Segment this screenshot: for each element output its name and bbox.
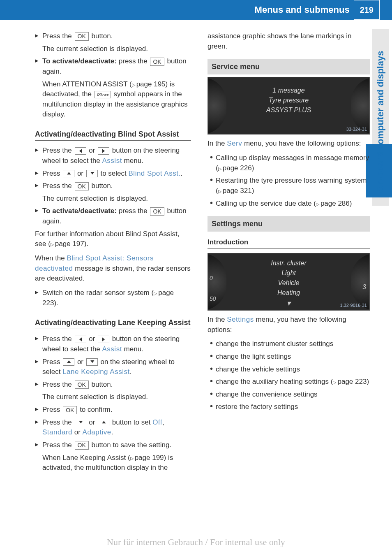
- menu-text: Assist: [102, 345, 122, 353]
- gauge-tick: 3: [362, 282, 366, 292]
- menu-text: Assist: [102, 157, 122, 165]
- settings-menu-display-image: 0 50 3 Instr. cluster Light Vehicle Heat…: [208, 253, 370, 311]
- svg-marker-8: [102, 337, 105, 341]
- display-line: ASSYST PLUS: [266, 105, 311, 115]
- ok-button-key: OK: [75, 32, 89, 40]
- up-arrow-key: [98, 419, 109, 426]
- svg-marker-4: [102, 149, 105, 153]
- down-arrow-key: [86, 358, 98, 366]
- right-arrow-key: [98, 147, 109, 155]
- blind-spot-paragraph-2: When the Blind Spot Assist: Sensors deac…: [35, 253, 191, 284]
- ok-button-key: OK: [150, 207, 164, 216]
- svg-marker-3: [79, 149, 81, 153]
- left-arrow-key: [75, 336, 86, 343]
- side-tab-label: On-board computer and displays: [374, 51, 387, 193]
- menu-text: Serv: [227, 139, 242, 147]
- menu-text: Blind Spot Asst.: [129, 169, 181, 177]
- page-number: 219: [354, 0, 380, 20]
- svg-marker-11: [79, 421, 83, 423]
- settings-menu-heading: Settings menu: [208, 216, 370, 232]
- right-arrow-key: [98, 336, 109, 343]
- display-line: Instr. cluster: [271, 258, 307, 268]
- service-bullet-list: Calling up display messages in message m…: [208, 153, 370, 209]
- menu-text: Blind Spot Assist: Sensors deactivated: [35, 254, 154, 272]
- step-item: Press the OK button to save the setting.: [35, 440, 191, 450]
- content-area: Press the OK button.The current selectio…: [0, 31, 392, 476]
- step-item: Press the or button on the steering whee…: [35, 146, 191, 166]
- settings-intro-text: In the Settings menu, you have the follo…: [208, 315, 370, 335]
- step-item: Press the OK button.: [35, 31, 191, 42]
- down-arrow-key: [86, 170, 98, 177]
- blind-spot-paragraph-1: For further information about Blind Spot…: [35, 229, 191, 249]
- step-item: Press or to select Blind Spot Asst..: [35, 169, 191, 179]
- left-column: Press the OK button.The current selectio…: [35, 31, 191, 476]
- ok-button-key: OK: [150, 58, 164, 66]
- svg-marker-7: [79, 337, 81, 341]
- blind-spot-heading: Activating/deactivating Blind Spot Assis…: [35, 129, 191, 141]
- list-item: change the light settings: [210, 352, 370, 362]
- step-description: When ATTENTION ASSIST (page 195) is deac…: [35, 79, 191, 120]
- attention-assist-steps: Press the OK button.The current selectio…: [35, 31, 191, 120]
- gauge-tick: 0: [210, 274, 216, 282]
- list-item: change the convenience settings: [210, 390, 370, 400]
- menu-text: Settings: [227, 316, 254, 323]
- step-item: Press the or button on the steering whee…: [35, 334, 191, 354]
- up-arrow-key: [63, 170, 74, 177]
- step-item: Press the or button to set Off, Standard…: [35, 418, 191, 438]
- gauge-tick: 50: [210, 295, 216, 303]
- step-item: To activate/deactivate: press the OK but…: [35, 56, 191, 77]
- display-line: Tyre pressure: [266, 95, 311, 105]
- blind-spot-steps: Press the or button on the steering whee…: [35, 146, 191, 226]
- down-arrow-key: [75, 419, 86, 426]
- page-header: Menus and submenus 219: [0, 0, 392, 20]
- menu-text: Lane Keeping Assist: [62, 368, 130, 376]
- step-item: Press the OK button.: [35, 380, 191, 390]
- page-reference: page 321: [218, 187, 252, 195]
- step-description: When Lane Keeping Assist (page 199) is a…: [35, 453, 191, 473]
- image-code: 1.32-9016-31: [340, 302, 367, 309]
- lane-continuation: assistance graphic shows the lane markin…: [208, 31, 370, 51]
- display-line: Heating: [271, 288, 307, 298]
- page-reference: page 286: [316, 200, 350, 207]
- up-arrow-key: [63, 358, 74, 366]
- right-column: assistance graphic shows the lane markin…: [208, 31, 370, 476]
- menu-text: Adaptive: [83, 428, 111, 436]
- step-item: To activate/deactivate: press the OK but…: [35, 206, 191, 226]
- page-reference: page 197: [51, 240, 84, 248]
- menu-text: Off: [152, 418, 162, 426]
- list-item: Calling up the service due date (page 28…: [210, 199, 370, 209]
- step-description: The current selection is displayed.: [35, 194, 191, 204]
- service-menu-heading: Service menu: [208, 59, 370, 74]
- page-reference: page 195: [132, 80, 166, 88]
- ok-button-key: OK: [75, 381, 89, 389]
- list-item: Calling up display messages in message m…: [210, 153, 370, 173]
- display-line: Light: [271, 268, 307, 278]
- ok-button-key: OK: [63, 406, 77, 414]
- svg-marker-6: [90, 172, 94, 174]
- step-description: The current selection is displayed.: [35, 44, 191, 54]
- list-item: Restarting the tyre pressure loss warnin…: [210, 176, 370, 196]
- left-arrow-key: [75, 147, 86, 155]
- list-item: change the vehicle settings: [210, 364, 370, 375]
- ok-button-key: OK: [75, 182, 89, 190]
- step-description: The current selection is displayed.: [35, 392, 191, 402]
- menu-text: Standard: [42, 428, 72, 436]
- blind-spot-step-radar: Switch on the radar sensor system (page …: [35, 288, 191, 308]
- svg-marker-5: [67, 172, 71, 174]
- header-title: Menus and submenus: [255, 3, 354, 16]
- settings-subheading: Introduction: [208, 237, 370, 249]
- page-reference: page 223: [42, 289, 174, 307]
- svg-marker-10: [90, 360, 94, 363]
- svg-marker-12: [102, 421, 106, 423]
- page-reference: page 199: [130, 454, 164, 462]
- step-item: Press OK to confirm.: [35, 405, 191, 415]
- page-reference: page 223: [333, 378, 367, 385]
- lane-keeping-heading: Activating/deactivating Lane Keeping Ass…: [35, 317, 191, 329]
- image-code: 33-324-31: [346, 126, 367, 133]
- off-icon-key: OFF: [95, 91, 111, 98]
- watermark-text: Nur für internen Gebrauch / For internal…: [0, 536, 392, 549]
- display-line: Vehicle: [271, 278, 307, 288]
- list-item: change the auxiliary heating settings (p…: [210, 377, 370, 387]
- svg-text:OFF: OFF: [102, 93, 109, 97]
- down-arrow-icon: ▾: [271, 298, 307, 309]
